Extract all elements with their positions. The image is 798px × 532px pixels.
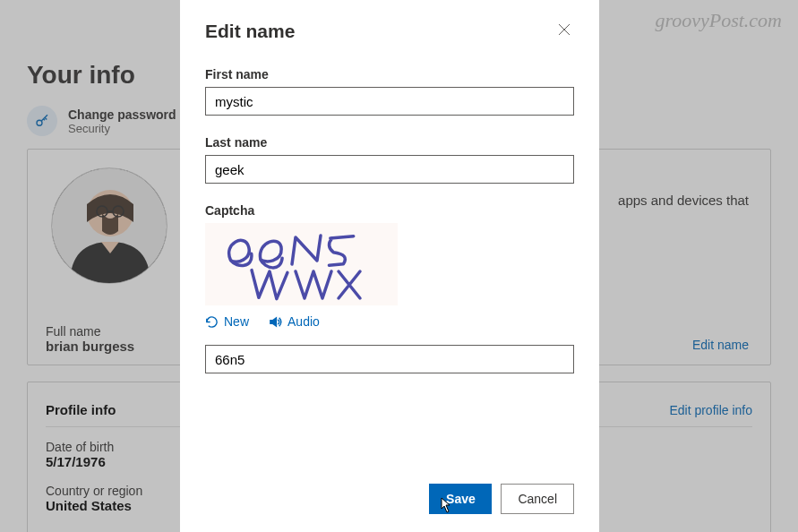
audio-icon [269, 315, 282, 329]
close-button[interactable] [554, 20, 574, 42]
captcha-label: Captcha [205, 203, 574, 218]
first-name-label: First name [205, 67, 574, 82]
modal-title: Edit name [205, 21, 295, 42]
captcha-new-button[interactable]: New [205, 314, 249, 329]
captcha-input[interactable] [205, 345, 574, 373]
close-icon [558, 23, 571, 36]
refresh-icon [205, 315, 219, 329]
first-name-input[interactable] [205, 87, 574, 116]
edit-name-modal: Edit name First name Last name Captcha [180, 0, 599, 532]
cancel-button[interactable]: Cancel [501, 484, 574, 514]
last-name-label: Last name [205, 135, 574, 150]
cursor-icon [436, 496, 452, 516]
captcha-new-label: New [224, 314, 249, 329]
captcha-audio-label: Audio [287, 314, 320, 329]
captcha-audio-button[interactable]: Audio [269, 314, 320, 329]
captcha-image [205, 223, 398, 305]
last-name-input[interactable] [205, 155, 574, 184]
